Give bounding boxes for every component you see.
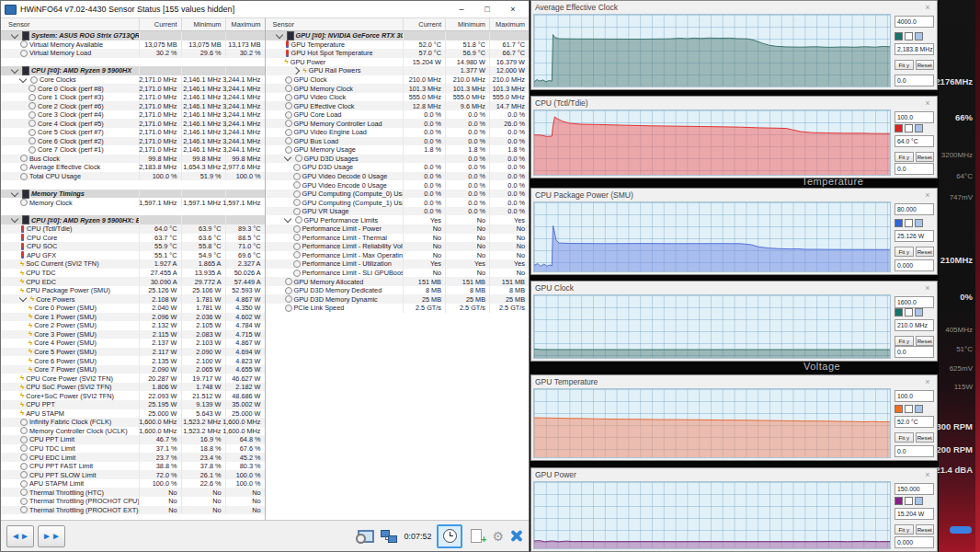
sensor-row[interactable]: ϟCore+SoC Power (SVI2 TFN)22.093 W21.512…	[1, 391, 265, 400]
sensor-row[interactable]: ϟCore 5 Power (SMU)2.117 W2.090 W4.694 W	[1, 348, 265, 357]
sensor-row[interactable]: ϟCPU Core Power (SVI2 TFN)20.287 W19.717…	[1, 374, 265, 383]
sensor-row[interactable]: ϟCPU EDC30.090 A29.772 A57.449 A	[1, 277, 265, 286]
sensor-row[interactable]: GPU Bus Load0.0 %0.0 %0.0 %	[266, 137, 530, 146]
grid-color-swatch[interactable]	[915, 308, 923, 316]
sensor-row[interactable]: ϟCPU SoC Power (SVI2 TFN)1.806 W1.748 W2…	[1, 383, 265, 392]
sensor-row[interactable]: Thermal Throttling (PROCHOT EXT)NoNoNo	[1, 506, 265, 515]
add-report-button[interactable]: +	[468, 528, 486, 545]
sensor-row[interactable]: Infinity Fabric Clock (FCLK)1,600.0 MHz1…	[1, 418, 265, 427]
reset-button[interactable]: Reset	[916, 336, 935, 346]
sensor-row[interactable]: ϟCore 4 Power (SMU)2.137 W2.103 W4.867 W	[1, 339, 265, 348]
close-icon[interactable]: ×	[922, 98, 933, 108]
sensor-row[interactable]: Bus Clock99.8 MHz99.8 MHz99.8 MHz	[1, 155, 265, 164]
sensor-row[interactable]: GPU D3D Usage0.0 %0.0 %0.0 %	[266, 163, 530, 172]
fit-y-button[interactable]: Fit y	[895, 60, 914, 70]
sensor-row[interactable]: Core 6 Clock (perf #2)2,171.0 MHz2,146.1…	[1, 137, 265, 146]
grid-color-swatch[interactable]	[915, 219, 923, 227]
sensor-row[interactable]: GPU D3D Memory Dynamic25 MB25 MB25 MB	[266, 294, 530, 304]
sensor-row[interactable]: CPU Core63.7 °C63.6 °C88.5 °C	[1, 234, 265, 243]
sensor-row[interactable]: Core 3 Clock (perf #4)2,171.0 MHz2,146.1…	[1, 110, 265, 120]
sensor-row[interactable]: GPU D3D Usages0.0 %0.0 %	[266, 155, 530, 164]
sensor-row[interactable]: GPU VR Usage0.0 %0.0 %0.0 %	[266, 207, 530, 216]
background-color-swatch[interactable]	[905, 32, 913, 40]
sensor-row[interactable]: Thermal Throttling (HTC)NoNoNo	[1, 488, 265, 497]
section-row[interactable]: System: ASUS ROG Strix G713QR_G713QR	[1, 31, 265, 40]
sensor-row[interactable]: Performance Limit - PowerNoNoNo	[266, 224, 530, 234]
series-color-swatch[interactable]	[895, 308, 903, 316]
sensor-row[interactable]: Core 1 Clock (perf #3)2,171.0 MHz2,146.1…	[1, 93, 265, 102]
section-row[interactable]: GPU [#0]: NVIDIA GeForce RTX 3070 Mobi..…	[266, 31, 530, 40]
sensor-row[interactable]: Performance Limit - ThermalNoNoNo	[266, 234, 530, 243]
sensor-row[interactable]: GPU Memory Controller Load0.0 %0.0 %26.0…	[266, 119, 530, 128]
sensor-row[interactable]: ϟAPU STAPM25.000 W5.643 W25.000 W	[1, 409, 265, 419]
y-min-input[interactable]: 0.0	[895, 445, 934, 457]
grid-color-swatch[interactable]	[915, 497, 923, 505]
sensor-row[interactable]: GPU Video Engine Load0.0 %0.0 %0.0 %	[266, 128, 530, 137]
series-color-swatch[interactable]	[895, 124, 903, 132]
sensor-row[interactable]: CPU PPT FAST Limit38.8 %37.8 %80.3 %	[1, 462, 265, 471]
caret-expanded-icon[interactable]	[19, 75, 27, 83]
background-color-swatch[interactable]	[905, 308, 913, 316]
sensor-row[interactable]: GPU Core Load0.0 %0.0 %0.0 %	[266, 110, 530, 120]
section-row[interactable]: CPU [#0]: AMD Ryzen 9 5900HX: Enhanced	[1, 215, 265, 224]
sensor-row[interactable]: GPU Hot Spot Temperature57.0 °C56.9 °C66…	[266, 49, 530, 58]
current-value-box[interactable]: 25.126 W	[895, 230, 934, 242]
network-icon[interactable]	[380, 529, 398, 544]
sensor-row[interactable]: ϟCPU Package Power (SMU)25.126 W25.106 W…	[1, 286, 265, 295]
sensor-row[interactable]: CPU (Tctl/Tdie)64.0 °C63.9 °C89.3 °C	[1, 224, 265, 234]
fit-y-button[interactable]: Fit y	[895, 247, 914, 257]
column-minimum[interactable]: Minimum	[181, 18, 225, 30]
sensor-row[interactable]: Performance Limit - Max Operating Volt..…	[266, 251, 530, 260]
sensor-row[interactable]: CPU TDC Limit37.1 %18.8 %67.6 %	[1, 444, 265, 454]
background-color-swatch[interactable]	[905, 497, 913, 505]
sensor-row[interactable]: CPU SOC55.9 °C55.8 °C71.0 °C	[1, 242, 265, 251]
section-row[interactable]: CPU [#0]: AMD Ryzen 9 5900HX	[1, 66, 265, 75]
sensor-row[interactable]: Core 5 Clock (perf #7)2,171.0 MHz2,146.1…	[1, 128, 265, 137]
reset-button[interactable]: Reset	[916, 152, 935, 162]
series-color-swatch[interactable]	[895, 32, 903, 40]
sensor-row[interactable]: GPU Temperature52.0 °C51.8 °C61.7 °C	[266, 40, 530, 50]
window-title-bar[interactable]: HWiNFO64 v7.02-4430 Sensor Status [155 v…	[1, 1, 529, 18]
sensor-row[interactable]: ϟCPU TDC27.455 A13.935 A50.026 A	[1, 269, 265, 278]
sensor-row[interactable]: ϟCore 2 Power (SMU)2.132 W2.105 W4.784 W	[1, 321, 265, 330]
sensor-row[interactable]: APU STAPM Limit100.0 %22.6 %100.0 %	[1, 479, 265, 489]
sensor-row[interactable]: GPU Computing (Compute_1) Usage0.0 %0.0 …	[266, 198, 530, 207]
sensor-row[interactable]: Core 2 Clock (perf #6)2,171.0 MHz2,146.1…	[1, 101, 265, 110]
move-arrows-button[interactable]: ►►	[38, 525, 65, 547]
grid-color-swatch[interactable]	[915, 32, 923, 40]
sensor-row[interactable]: GPU Video Clock555.0 MHz555.0 MHz555.0 M…	[266, 93, 530, 102]
sensor-row[interactable]: CPU EDC Limit23.7 %23.4 %45.2 %	[1, 453, 265, 462]
close-icon[interactable]: ×	[922, 377, 933, 386]
reset-button[interactable]: Reset	[916, 247, 935, 257]
monitor-search-icon[interactable]	[356, 529, 374, 544]
current-value-box[interactable]: 15.204 W	[895, 508, 934, 520]
sensor-row[interactable]: Total CPU Usage100.0 %51.9 %100.0 %	[1, 172, 265, 181]
background-color-swatch[interactable]	[905, 405, 913, 413]
sensor-row[interactable]: GPU Memory Allocated151 MB151 MB151 MB	[266, 277, 530, 286]
graph-title-bar[interactable]: CPU Package Power (SMU)×	[531, 189, 937, 201]
y-min-input[interactable]: 0.0	[895, 346, 934, 358]
y-max-input[interactable]: 100.0	[895, 111, 934, 123]
sensor-row[interactable]: ϟCore 0 Power (SMU)2.040 W1.781 W4.350 W	[1, 304, 265, 313]
close-x-button[interactable]	[509, 529, 523, 543]
sensor-row[interactable]: CPU PPT Limit46.7 %16.9 %64.8 %	[1, 435, 265, 444]
caret-expanded-icon[interactable]	[275, 31, 282, 39]
series-color-swatch[interactable]	[895, 497, 903, 505]
reset-button[interactable]: Reset	[916, 60, 935, 70]
close-icon[interactable]: ×	[922, 470, 933, 479]
graph-title-bar[interactable]: Average Effective Clock×	[531, 1, 937, 14]
sensor-row[interactable]: ϟCore 3 Power (SMU)2.115 W2.083 W4.715 W	[1, 330, 265, 339]
graph-title-bar[interactable]: GPU Clock×	[531, 282, 937, 294]
reset-button[interactable]: Reset	[916, 524, 935, 535]
sensor-row[interactable]: Thermal Throttling (PROCHOT CPU)NoNoNo	[1, 497, 265, 506]
graph-title-bar[interactable]: GPU Power×	[531, 468, 937, 481]
column-sensor[interactable]: Sensor	[1, 20, 139, 29]
sensor-row[interactable]: GPU Video Decode 0 Usage0.0 %0.0 %0.0 %	[266, 172, 530, 181]
y-min-input[interactable]: 0.0	[895, 163, 934, 175]
y-min-input[interactable]: 0.000	[895, 259, 934, 271]
sensor-row[interactable]: CPU PPT SLOW Limit72.0 %26.1 %100.0 %	[1, 470, 265, 479]
close-icon[interactable]: ×	[501, 3, 525, 17]
sensor-row[interactable]: Core Clocks2,171.0 MHz2,146.1 MHz3,244.1…	[1, 75, 265, 85]
close-icon[interactable]: ×	[922, 3, 933, 12]
close-icon[interactable]: ×	[922, 283, 933, 293]
